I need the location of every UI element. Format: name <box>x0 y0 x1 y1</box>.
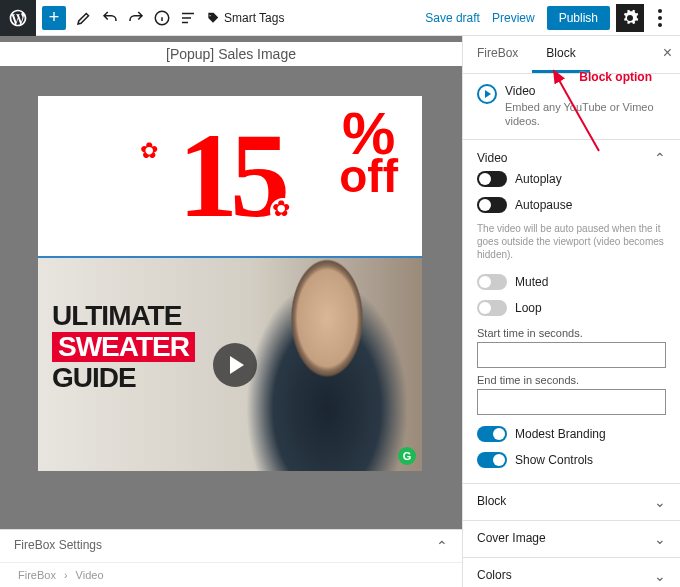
smart-tags-button[interactable]: Smart Tags <box>206 11 284 25</box>
label-muted: Muted <box>515 275 548 289</box>
flower-icon <box>138 140 164 166</box>
page-title[interactable]: [Popup] Sales Image <box>0 42 462 66</box>
label-end-time: End time in seconds. <box>477 374 666 386</box>
svg-point-1 <box>658 9 662 13</box>
sidebar: FireBox Block × Block option VideoEmbed … <box>462 36 680 587</box>
wordpress-logo[interactable] <box>0 0 36 36</box>
tab-firebox[interactable]: FireBox <box>463 36 532 73</box>
label-modest: Modest Branding <box>515 427 606 441</box>
promo-number: 15 <box>178 116 282 236</box>
crumb-video[interactable]: Video <box>76 569 104 581</box>
label-loop: Loop <box>515 301 542 315</box>
section-colors[interactable]: Colors⌄ <box>463 558 680 587</box>
popup-preview: 15 %off ULTIMATE SWEATER GUIDE <box>38 96 422 471</box>
more-icon[interactable] <box>648 6 672 30</box>
toggle-modest-branding[interactable] <box>477 426 507 442</box>
label-autoplay: Autoplay <box>515 172 562 186</box>
settings-icon[interactable] <box>616 4 644 32</box>
video-title-text: ULTIMATE SWEATER GUIDE <box>52 302 195 392</box>
label-controls: Show Controls <box>515 453 593 467</box>
promo-image: 15 %off <box>38 96 422 256</box>
editor-canvas[interactable]: [Popup] Sales Image 15 %off ULTIMATE SWE… <box>0 36 462 587</box>
close-icon[interactable]: × <box>663 44 672 62</box>
flower-icon <box>270 198 296 224</box>
breadcrumb: FireBox›Video <box>0 563 462 587</box>
video-thumbnail-person <box>232 258 422 471</box>
undo-icon[interactable] <box>98 6 122 30</box>
input-end-time[interactable] <box>477 389 666 415</box>
chevron-down-icon: ⌄ <box>654 568 666 584</box>
grammarly-icon: G <box>398 447 416 465</box>
chevron-down-icon: ⌄ <box>654 494 666 510</box>
toggle-loop[interactable] <box>477 300 507 316</box>
outline-icon[interactable] <box>176 6 200 30</box>
chevron-up-icon: ⌃ <box>654 150 666 166</box>
video-icon <box>477 84 497 104</box>
play-icon[interactable] <box>213 343 257 387</box>
autopause-help: The video will be auto paused when the i… <box>477 222 666 261</box>
annotation-label: Block option <box>579 70 652 84</box>
info-icon[interactable] <box>150 6 174 30</box>
section-video[interactable]: Video⌃ <box>477 150 666 166</box>
toggle-muted[interactable] <box>477 274 507 290</box>
chevron-down-icon: ⌄ <box>654 531 666 547</box>
firebox-settings-panel[interactable]: FireBox Settings⌃ <box>0 530 462 563</box>
input-start-time[interactable] <box>477 342 666 368</box>
svg-point-2 <box>658 16 662 20</box>
tab-block[interactable]: Block <box>532 36 589 73</box>
chevron-up-icon: ⌃ <box>436 538 448 554</box>
redo-icon[interactable] <box>124 6 148 30</box>
label-start-time: Start time in seconds. <box>477 327 666 339</box>
video-block[interactable]: ULTIMATE SWEATER GUIDE G <box>38 256 422 471</box>
block-type-video: VideoEmbed any YouTube or Vimeo videos. <box>477 84 666 129</box>
crumb-firebox[interactable]: FireBox <box>18 569 56 581</box>
toggle-autopause[interactable] <box>477 197 507 213</box>
percent-off: %off <box>339 110 398 195</box>
section-cover-image[interactable]: Cover Image⌄ <box>463 521 680 558</box>
save-draft-link[interactable]: Save draft <box>425 11 480 25</box>
toggle-autoplay[interactable] <box>477 171 507 187</box>
label-autopause: Autopause <box>515 198 572 212</box>
preview-link[interactable]: Preview <box>492 11 535 25</box>
section-block[interactable]: Block⌄ <box>463 484 680 521</box>
svg-point-3 <box>658 23 662 27</box>
publish-button[interactable]: Publish <box>547 6 610 30</box>
toggle-show-controls[interactable] <box>477 452 507 468</box>
edit-icon[interactable] <box>72 6 96 30</box>
add-block-button[interactable]: + <box>42 6 66 30</box>
